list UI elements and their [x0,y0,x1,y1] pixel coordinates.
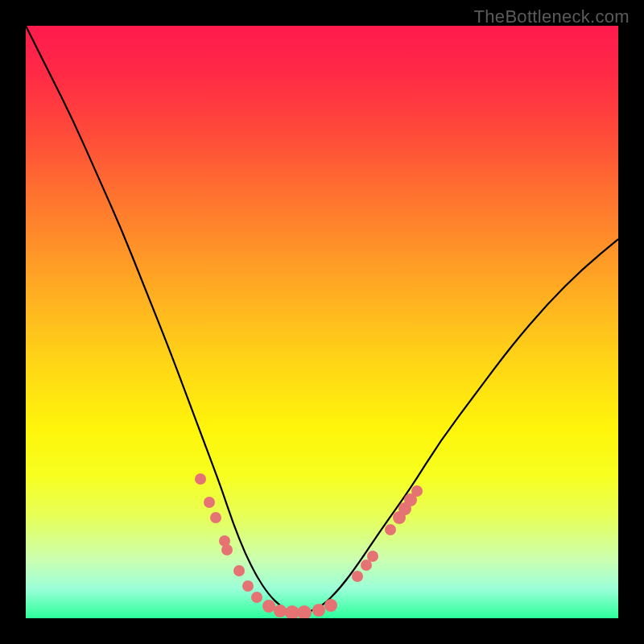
gradient-background [26,26,618,618]
chart-frame: TheBottleneck.com [0,0,644,644]
watermark-text: TheBottleneck.com [474,6,630,27]
plot-area [26,26,618,618]
